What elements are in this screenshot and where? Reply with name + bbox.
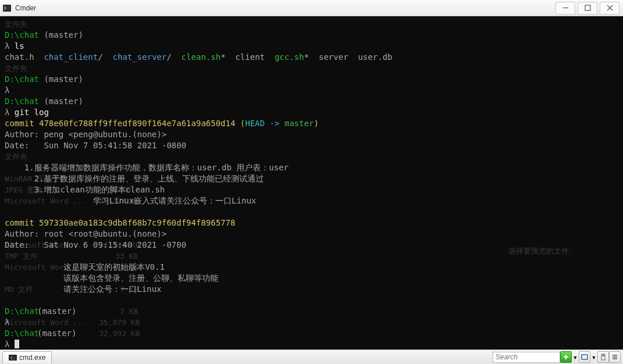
new-tab-dropdown[interactable]: ▾ [572,351,579,363]
prompt-lambda: λ [5,85,15,95]
prompt-branch: (master) [44,97,83,106]
new-tab-button[interactable] [560,351,572,363]
prompt-lambda: λ [5,41,15,51]
tab-cmd[interactable]: C: cmd.exe [2,351,52,363]
commit-msg: 请关注公众号：一口Linux [5,284,161,295]
commit-msg: 1.服务器端增加数据库操作功能，数据库名称：user.db 用户表：user [5,163,289,172]
commit-author-1: Author: peng <peng@ubuntu.(none)> [5,130,167,139]
commit-msg: 2.基于数据库操作的注册、登录、上线、下线功能已经测试通过 [5,173,264,184]
commit-msg: 该版本包含登录、注册、公聊、私聊等功能 [5,273,218,283]
tab-label: cmd.exe [19,354,45,362]
ghost-folder: 文件夹 [5,63,27,74]
ls-output: chat.h [5,52,44,62]
minimize-button[interactable] [555,2,575,15]
commit-msg: 这是聊天室的初始版本V0.1 [5,262,165,273]
maximize-button[interactable] [578,2,597,15]
prompt-lambda: λ [5,317,15,328]
search-input[interactable] [493,352,560,363]
window-title: Cmder [15,4,36,12]
cmder-icon [2,3,12,13]
ghost-folder: 文件夹 [5,19,27,30]
commit-msg: 3.增加clean功能的脚本clean.sh [5,184,165,195]
svg-rect-11 [602,355,604,356]
svg-rect-9 [582,355,587,359]
prompt-lambda: λ [5,108,15,117]
title-bar: Cmder [0,0,623,16]
svg-text:C:: C: [10,356,15,361]
close-button[interactable] [600,2,620,15]
terminal-cursor [15,340,19,348]
ghost-file: TMP 文件 [5,251,115,262]
ghost-file: Microsoft Word ... [5,317,99,328]
window-list-button[interactable] [579,351,590,363]
ghost-preview-text: 选择要预览的文件。 [508,245,576,256]
prompt-branch: (master) [44,74,83,84]
ghost-folder: 文件夹 [5,151,27,162]
prompt-branch: (master) [37,328,76,339]
prompt-lambda: λ [5,340,15,349]
commit-msg: 学习Linux嵌入式请关注公众号：一口Linux [5,195,256,206]
window-list-dropdown[interactable]: ▾ [590,351,597,363]
prompt-branch: (master) [37,306,76,317]
svg-rect-0 [3,5,11,12]
commit-date-1: Date: Sun Nov 7 05:41:58 2021 -0800 [5,141,186,150]
commit-date-2: Date: Sat Nov 6 09:15:40 2021 -0700 [5,240,186,251]
commit-hash-1: commit 478e60fc788ff9ffedf890f164e7a61a9… [5,119,245,128]
prompt-branch: (master) [44,30,83,40]
prompt-path: D:\chat [5,30,44,40]
svg-rect-2 [585,5,590,10]
scroll-lock-button[interactable] [597,351,609,363]
cmd-icon: C: [9,354,17,362]
menu-button[interactable] [609,351,621,363]
cmd-ls: ls [15,41,24,51]
terminal[interactable]: 文件夹 D:\chat (master) λ ls chat.h chat_cl… [0,16,623,349]
cmd-gitlog: git log [15,108,49,117]
status-bar: C: cmd.exe ▾ ▾ [0,349,623,364]
commit-author-2: Author: root <root@ubuntu.(none)> [5,229,167,238]
prompt-path: D:\chat [5,74,44,84]
commit-hash-2: commit 597330ae0a183c9db8f68b7c9f60df94f… [5,218,235,227]
prompt-path: D:\chat [5,97,44,106]
